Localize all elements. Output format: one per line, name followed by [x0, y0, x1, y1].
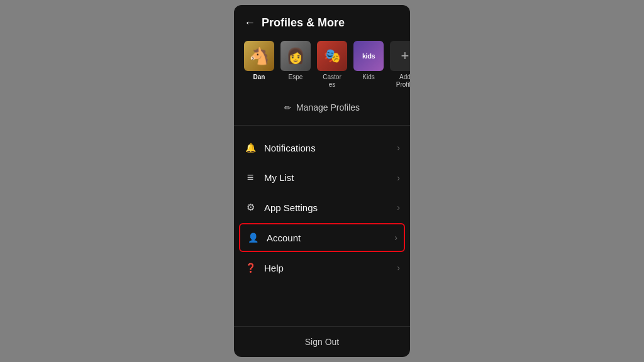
add-icon: + — [401, 48, 409, 64]
menu-item-left-my-list: My List — [244, 171, 294, 184]
avatar-castores: 🎭 — [317, 41, 347, 71]
sign-out-section: Sign Out — [234, 326, 410, 357]
help-icon — [244, 262, 257, 273]
avatar-espe: 👩 — [280, 41, 311, 71]
chevron-notifications: › — [397, 143, 400, 153]
menu-item-notifications[interactable]: Notifications › — [234, 133, 410, 162]
help-label: Help — [264, 263, 284, 273]
kids-text: kids — [362, 52, 375, 60]
notifications-label: Notifications — [264, 143, 316, 153]
list-icon — [244, 171, 257, 184]
chevron-account: › — [394, 233, 397, 243]
my-list-label: My List — [264, 172, 294, 183]
page-title: Profiles & More — [262, 16, 345, 30]
app-settings-label: App Settings — [264, 202, 318, 213]
profile-label-espe: Espe — [289, 74, 303, 81]
back-button[interactable]: ← — [244, 16, 255, 30]
menu-item-left-help: Help — [244, 262, 284, 273]
manage-profiles-label: Manage Profiles — [296, 102, 360, 112]
profile-item-kids[interactable]: kids Kids — [353, 41, 384, 81]
divider-1 — [234, 125, 410, 126]
profiles-row: 🐴 Dan 👩 Espe 🎭 Castor es kids Kids — [234, 36, 410, 96]
account-label: Account — [267, 233, 301, 243]
avatar-kids: kids — [353, 41, 384, 71]
profile-label-add: Add Profile — [396, 74, 410, 89]
phone-container: ← Profiles & More 🐴 Dan 👩 Espe 🎭 Castor … — [234, 5, 410, 357]
chevron-app-settings: › — [397, 202, 400, 212]
sign-out-button[interactable]: Sign Out — [305, 337, 339, 347]
chevron-my-list: › — [397, 173, 400, 183]
pencil-icon — [284, 102, 291, 112]
chevron-help: › — [397, 263, 400, 273]
profile-item-castores[interactable]: 🎭 Castor es — [317, 41, 347, 89]
profile-label-dan: Dan — [253, 74, 265, 81]
bell-icon — [244, 142, 257, 153]
menu-item-left-notifications: Notifications — [244, 142, 316, 153]
profile-label-kids: Kids — [362, 74, 374, 81]
menu-item-left-app-settings: App Settings — [244, 202, 318, 213]
menu-item-account[interactable]: Account › — [239, 223, 405, 252]
header: ← Profiles & More — [234, 5, 410, 36]
menu-item-help[interactable]: Help › — [234, 253, 410, 282]
menu-item-app-settings[interactable]: App Settings › — [234, 193, 410, 222]
manage-profiles-button[interactable]: Manage Profiles — [234, 96, 410, 123]
avatar-add: + — [390, 41, 410, 71]
menu-item-my-list[interactable]: My List › — [234, 162, 410, 193]
profile-item-dan[interactable]: 🐴 Dan — [244, 41, 274, 81]
profile-item-espe[interactable]: 👩 Espe — [280, 41, 311, 81]
gear-icon — [244, 202, 257, 213]
menu-section: Notifications › My List › App Settings ›… — [234, 128, 410, 326]
person-icon — [247, 232, 259, 243]
profile-label-castores: Castor es — [323, 74, 341, 89]
profile-item-add[interactable]: + Add Profile — [390, 41, 410, 89]
avatar-dan: 🐴 — [244, 41, 274, 71]
menu-item-left-account: Account — [247, 232, 301, 243]
